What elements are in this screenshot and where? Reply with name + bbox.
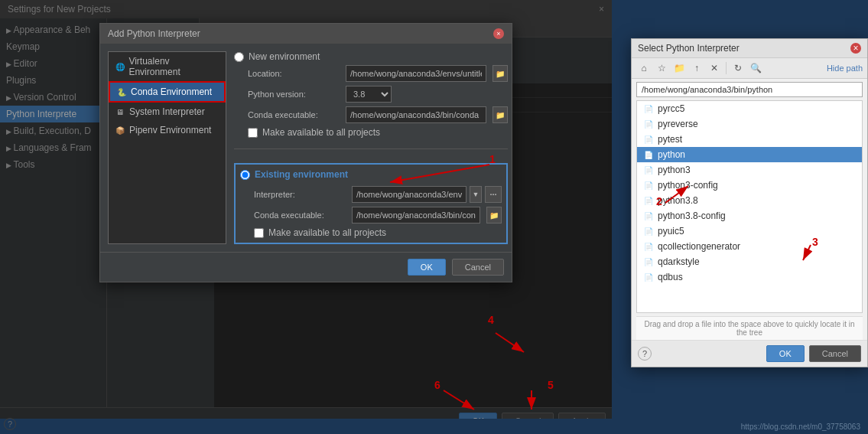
python-version-row: Python version: 3.8	[248, 86, 508, 103]
file-icon: 📄	[643, 195, 654, 206]
panel-titlebar: Select Python Interpreter ×	[632, 39, 867, 58]
interpreter-input[interactable]	[352, 186, 467, 203]
make-available-checkbox-new[interactable]	[248, 128, 258, 138]
select-interpreter-panel: Select Python Interpreter × ⌂ ☆ 📁 ↑ ✕ ↻ …	[631, 38, 868, 367]
interpreter-row: Interpreter: ▼ ···	[254, 186, 502, 203]
dialog-cancel-button[interactable]: Cancel	[452, 259, 504, 276]
drop-hint: Drag and drop a file into the space abov…	[636, 316, 863, 340]
toolbar-refresh-btn[interactable]: ↻	[730, 60, 746, 76]
dialog-ok-button[interactable]: OK	[408, 259, 446, 276]
panel-toolbar: ⌂ ☆ 📁 ↑ ✕ ↻ 🔍 Hide path	[632, 58, 867, 79]
python-version-select[interactable]: 3.8	[346, 86, 392, 103]
hide-path-button[interactable]: Hide path	[827, 64, 863, 73]
conda-exe-row: Conda executable: 📁	[248, 106, 508, 123]
file-item-pyuic5[interactable]: 📄 pyuic5	[637, 224, 862, 239]
panel-help-btn[interactable]: ?	[638, 347, 652, 361]
env-pipenv[interactable]: 📦 Pipenv Environment	[109, 121, 226, 139]
panel-close[interactable]: ×	[850, 43, 861, 54]
panel-title: Select Python Interpreter	[638, 43, 740, 54]
file-item-qdarkstyle[interactable]: 📄 qdarkstyle	[637, 254, 862, 269]
new-env-section: New environment Location: 📁 Python versi…	[234, 51, 508, 138]
conda-exe-input-existing[interactable]	[352, 207, 480, 224]
make-available-existing: Make available to all projects	[254, 227, 502, 238]
add-interpreter-close[interactable]: ×	[493, 28, 504, 39]
toolbar-search-btn[interactable]: 🔍	[748, 60, 763, 76]
file-item-pytest[interactable]: 📄 pytest	[637, 132, 862, 147]
new-env-radio[interactable]: New environment	[234, 51, 508, 62]
file-item-pyreverse[interactable]: 📄 pyreverse	[637, 116, 862, 132]
file-list: 📄 pyrcc5 📄 pyreverse 📄 pytest 📄 python 📄…	[636, 100, 863, 313]
env-details: New environment Location: 📁 Python versi…	[234, 51, 508, 244]
env-system[interactable]: 🖥 System Interpreter	[109, 103, 226, 121]
toolbar-bookmark-btn[interactable]: ☆	[654, 60, 669, 76]
add-interpreter-titlebar: Add Python Interpreter ×	[100, 24, 512, 44]
conda-exe-existing-row: Conda executable: 📁	[254, 207, 502, 224]
conda-icon: 🐍	[116, 86, 127, 97]
file-item-python38-config[interactable]: 📄 python3.8-config	[637, 208, 862, 224]
file-icon: 📄	[643, 165, 654, 175]
dialog-footer: OK Cancel	[100, 252, 512, 282]
file-icon: 📄	[643, 210, 654, 221]
conda-exe-browse-existing[interactable]: 📁	[486, 207, 502, 224]
env-virtualenv[interactable]: 🌐 Virtualenv Environment	[109, 52, 226, 81]
panel-cancel-button[interactable]: Cancel	[809, 345, 861, 362]
add-interpreter-title: Add Python Interpreter	[108, 28, 200, 39]
file-icon-selected: 📄	[643, 149, 654, 160]
location-row: Location: 📁	[248, 65, 508, 82]
panel-footer: ? OK Cancel	[632, 340, 867, 367]
file-icon: 📄	[643, 103, 654, 114]
toolbar-separator	[726, 62, 727, 74]
make-available-checkbox-existing[interactable]	[254, 228, 264, 238]
toolbar-home-btn[interactable]: ⌂	[636, 60, 652, 76]
toolbar-folder-btn[interactable]: 📁	[671, 60, 687, 76]
interpreter-browse-btn[interactable]: ···	[485, 186, 502, 203]
existing-env-section: Existing environment Interpreter: ▼ ··· …	[234, 163, 508, 244]
existing-env-radio-row[interactable]: Existing environment	[240, 169, 502, 180]
system-icon: 🖥	[115, 106, 125, 117]
file-icon: 📄	[643, 256, 654, 267]
file-item-qcollectiongenerator[interactable]: 📄 qcollectiongenerator	[637, 239, 862, 254]
add-interpreter-dialog: Add Python Interpreter × 🌐 Virtualenv En…	[99, 23, 512, 282]
file-item-python3-config[interactable]: 📄 python3-config	[637, 178, 862, 193]
file-icon: 📄	[643, 119, 654, 129]
conda-exe-browse-new[interactable]: 📁	[493, 106, 508, 123]
panel-path-input[interactable]	[636, 82, 863, 97]
file-item-pyrcc5[interactable]: 📄 pyrcc5	[637, 101, 862, 116]
pipenv-icon: 📦	[115, 125, 125, 135]
dialog-body: 🌐 Virtualenv Environment 🐍 Conda Environ…	[100, 44, 512, 252]
file-item-python[interactable]: 📄 python	[637, 147, 862, 162]
file-item-python3[interactable]: 📄 python3	[637, 162, 862, 178]
virtualenv-icon: 🌐	[115, 61, 125, 72]
make-available-new: Make available to all projects	[248, 127, 508, 138]
environment-list: 🌐 Virtualenv Environment 🐍 Conda Environ…	[108, 51, 226, 244]
location-input[interactable]	[346, 65, 486, 82]
file-item-python38[interactable]: 📄 python3.8	[637, 193, 862, 208]
file-item-qdbus[interactable]: 📄 qdbus	[637, 269, 862, 285]
file-icon: 📄	[643, 180, 654, 191]
new-env-radio-input[interactable]	[234, 52, 244, 62]
file-icon: 📄	[643, 272, 654, 282]
interpreter-dropdown-btn[interactable]: ▼	[470, 186, 482, 203]
file-icon: 📄	[643, 241, 654, 252]
panel-ok-button[interactable]: OK	[766, 345, 805, 362]
toolbar-folder-up-btn[interactable]: ↑	[689, 60, 704, 76]
env-conda[interactable]: 🐍 Conda Environment	[109, 81, 226, 103]
location-browse[interactable]: 📁	[493, 65, 508, 82]
file-icon: 📄	[643, 134, 654, 145]
file-icon: 📄	[643, 226, 654, 237]
toolbar-delete-btn[interactable]: ✕	[707, 60, 722, 76]
existing-env-radio-input[interactable]	[240, 170, 250, 180]
conda-exe-input-new[interactable]	[346, 106, 486, 123]
